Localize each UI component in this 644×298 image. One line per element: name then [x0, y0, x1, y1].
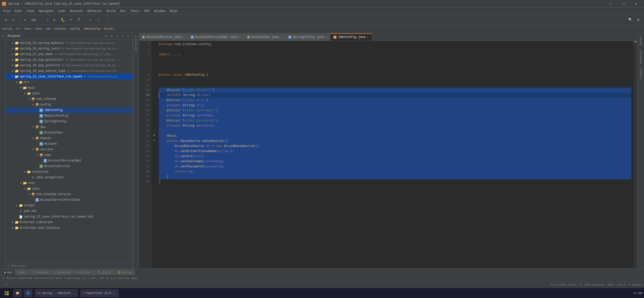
- tab-accountserviceimpl[interactable]: C AccountServiceImpl.java ✕: [188, 33, 244, 40]
- tab-accountservice[interactable]: I AccountService.java ✕: [139, 33, 188, 40]
- tree-item-accountservice[interactable]: ▶ I AccountService: [6, 164, 133, 169]
- structure-label[interactable]: Structure: [134, 34, 138, 53]
- menu-run[interactable]: Run: [118, 9, 128, 13]
- tree-item-java[interactable]: ▼ 📂 java: [6, 91, 133, 96]
- tree-item-test[interactable]: ▼ 📂 test: [6, 180, 133, 186]
- sidebar-toggle-btn[interactable]: ⊞: [0, 34, 5, 39]
- vcs-update-button[interactable]: ↙: [87, 16, 94, 23]
- panel-hide-button[interactable]: ✕: [126, 34, 130, 38]
- back-button[interactable]: ◁: [2, 16, 9, 23]
- right-scroll-indicator[interactable]: [633, 41, 637, 268]
- vcs-push-button[interactable]: ↑: [103, 16, 110, 23]
- tab-jdbcconfig[interactable]: C JdbcConfig.java ✕: [330, 33, 372, 40]
- panel-settings-button[interactable]: ≡: [120, 34, 125, 38]
- debug-button[interactable]: 🐛: [59, 16, 66, 23]
- breadcrumb-com[interactable]: com: [46, 27, 51, 30]
- menu-file[interactable]: File: [1, 9, 12, 13]
- menu-code[interactable]: Code: [56, 9, 67, 13]
- tree-item-service[interactable]: ▼ 📦 service: [6, 147, 133, 152]
- tree-item-pom[interactable]: ▶ ⚙ pom.xml: [6, 208, 133, 214]
- breadcrumb-main[interactable]: main: [25, 27, 31, 30]
- tree-item-spring20[interactable]: ▶ 📁 spring_20_aop_advice_type D:\workspa…: [6, 68, 133, 74]
- tab-close-springconfig[interactable]: ✕: [326, 36, 327, 39]
- tree-item-src[interactable]: ▼ 📂 src: [6, 79, 133, 85]
- project-structure-button[interactable]: ⚙: [22, 16, 29, 23]
- menu-analyze[interactable]: Analyze: [68, 9, 85, 13]
- settings-button[interactable]: ⚙: [635, 16, 642, 23]
- menu-edit[interactable]: Edit: [13, 9, 24, 13]
- tab-terminal[interactable]: ⊡ Terminal: [51, 269, 74, 275]
- tab-todo[interactable]: TODO: [15, 269, 28, 275]
- menu-vcs[interactable]: VCS: [142, 9, 152, 13]
- tree-item-com-itheima[interactable]: ▼ 📦 com.itheima: [6, 96, 133, 102]
- code-content[interactable]: package com.itheima.config; import ...; …: [157, 41, 633, 268]
- menu-build[interactable]: Build: [105, 9, 118, 13]
- tree-item-jdbcproperties[interactable]: ▶ ⚙ jdbc.properties: [6, 175, 133, 180]
- tree-item-spring15[interactable]: ▶ 📁 spring_15_spring_mybatis D:\workspac…: [6, 40, 133, 46]
- tree-item-accountdao[interactable]: ▶ I AccountDao: [6, 130, 133, 136]
- maximize-button[interactable]: □: [618, 0, 629, 8]
- close-button[interactable]: ✕: [630, 0, 642, 8]
- tab-accountdao[interactable]: I AccountDao.java ✕: [244, 33, 285, 40]
- menu-help[interactable]: Help: [168, 9, 179, 13]
- tree-item-accountservicetestcase[interactable]: ▶ C AccountServiceTestCase: [6, 197, 133, 203]
- tab-run[interactable]: ▶ Run: [1, 269, 15, 275]
- breadcrumb-jdbcconfig[interactable]: JdbcConfig: [83, 27, 100, 30]
- menu-navigate[interactable]: Navigate: [37, 9, 55, 13]
- taskbar-item-file-explorer[interactable]: 📁: [13, 289, 22, 297]
- menu-view[interactable]: View: [25, 9, 36, 13]
- favorites-label[interactable]: ★ Favorites: [8, 264, 26, 267]
- breadcrumb-driver[interactable]: driver: [104, 27, 114, 30]
- windows-start-button[interactable]: [2, 289, 11, 297]
- gradle-panel-button[interactable]: Gradle: [639, 67, 643, 81]
- menu-refactor[interactable]: Refactor: [85, 9, 104, 13]
- tree-item-resources[interactable]: ▼ 📂 resources: [6, 169, 133, 175]
- tree-item-target[interactable]: ▶ 📁 target: [6, 203, 133, 208]
- tree-item-spring19[interactable]: ▶ 📁 spring_19_aop_pointcut D:\workspace\…: [6, 63, 133, 68]
- tab-problems[interactable]: ⚠ Problems: [29, 269, 51, 275]
- menu-tools[interactable]: Tools: [128, 9, 142, 13]
- tree-item-iml[interactable]: ▶ 📄 spring_21_case_interface_run_speed.i…: [6, 214, 133, 220]
- tab-close-accountserviceimpl[interactable]: ✕: [239, 36, 241, 39]
- tree-item-java-test[interactable]: ▼ 📂 java: [6, 186, 133, 192]
- database-panel-button[interactable]: Database: [639, 48, 643, 66]
- breadcrumb-itheima[interactable]: itheima: [54, 27, 66, 30]
- tree-item-main[interactable]: ▼ 📂 main: [6, 85, 133, 91]
- tab-close-jdbcconfig[interactable]: ✕: [367, 36, 369, 39]
- panel-sync-button[interactable]: ⇄: [109, 34, 114, 38]
- panel-collapse-button[interactable]: ◂: [115, 34, 119, 38]
- tree-item-springconfig[interactable]: ▶ C SpringConfig: [6, 119, 133, 124]
- minimize-button[interactable]: ─: [605, 0, 617, 8]
- tab-spring[interactable]: 🌿 Spring: [114, 269, 135, 275]
- tree-item-accountserviceimpl[interactable]: ▶ C AccountServiceImpl: [6, 158, 133, 164]
- tree-item-account[interactable]: ▶ C Account: [6, 141, 133, 147]
- tab-springconfig[interactable]: C SpringConfig.java ✕: [285, 33, 330, 40]
- tab-profiler[interactable]: Profiler: [74, 269, 94, 275]
- taskbar-item-powerpoint[interactable]: P PowerPoint 3(JT...: [80, 289, 119, 297]
- profile-button[interactable]: ⏱: [76, 16, 83, 23]
- tree-item-com-itheima-service[interactable]: ▼ 📦 com.itheima.service: [6, 192, 133, 197]
- search-everywhere-button[interactable]: 🔍: [627, 16, 634, 23]
- breadcrumb-src[interactable]: src: [16, 27, 21, 30]
- tree-item-mybatisconfig[interactable]: ▶ C MybatisConfig: [6, 113, 133, 119]
- tree-item-spring21[interactable]: ▼ 📂 spring_21_case_interface_run_speed D…: [6, 74, 133, 79]
- tree-item-domain[interactable]: ▼ 📦 domain: [6, 136, 133, 141]
- tree-item-external-libraries[interactable]: ▶ 📁 External Libraries: [6, 220, 133, 225]
- taskbar-item-intellij[interactable]: IJ spring – JdbcConf...: [35, 289, 78, 297]
- breadcrumb-spring[interactable]: spring: [2, 27, 12, 30]
- tree-item-spring17[interactable]: ▶ 📁 spring_17_aop_demo D:\workspace\spri…: [6, 51, 133, 57]
- vcs-commit-button[interactable]: ✓: [95, 16, 102, 23]
- tree-item-spring16[interactable]: ▶ 📁 spring_16_spring_junit D:\workspace\…: [6, 46, 133, 51]
- forward-button[interactable]: ▷: [10, 16, 17, 23]
- run-button[interactable]: ▶: [51, 16, 58, 23]
- tree-item-jdbcconfig[interactable]: ▶ C JdbcConfig: [6, 107, 133, 113]
- tree-item-scratches-consoles[interactable]: ▶ 📁 Scratches and Consoles: [6, 225, 133, 231]
- tree-item-dao[interactable]: ▼ 📦 dao: [6, 124, 133, 130]
- run-config-selector[interactable]: App ▾: [30, 16, 50, 23]
- tree-item-impl[interactable]: ▼ 📦 impl: [6, 152, 133, 158]
- tree-item-spring18[interactable]: ▶ 📁 spring_18_aop_quickstart D:\workspac…: [6, 57, 133, 63]
- panel-cog-button[interactable]: ⚙: [104, 34, 108, 38]
- menu-window[interactable]: Window: [152, 9, 167, 13]
- maven-panel-button[interactable]: Maven: [639, 35, 643, 47]
- tab-close-accountservice[interactable]: ✕: [183, 36, 184, 39]
